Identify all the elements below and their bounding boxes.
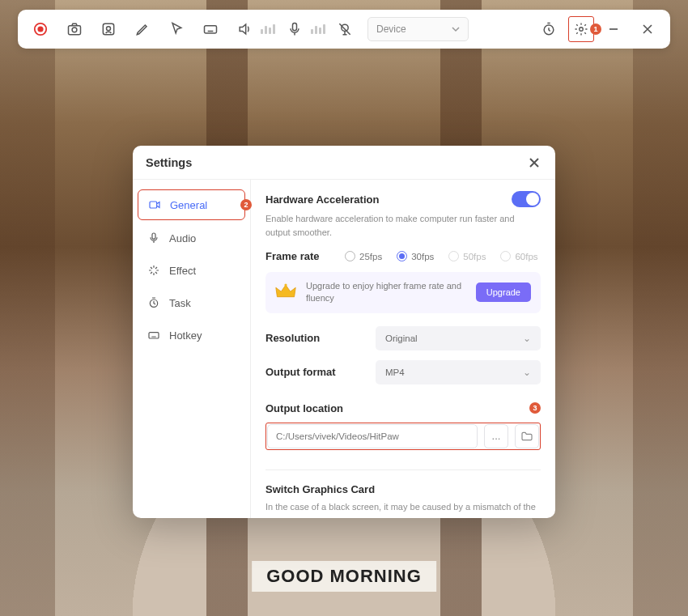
device-select-label: Device bbox=[376, 23, 406, 35]
switch-gpu-title: Switch Graphics Card bbox=[265, 483, 541, 495]
mic-icon[interactable] bbox=[280, 15, 309, 44]
frame-rate-label: Frame rate bbox=[265, 250, 330, 262]
mic-icon bbox=[147, 232, 160, 244]
annotation-badge-3: 3 bbox=[529, 402, 541, 414]
radio-50fps: 50fps bbox=[448, 251, 486, 261]
sidebar-item-label: Hotkey bbox=[169, 329, 202, 342]
minimize-button[interactable] bbox=[599, 15, 628, 44]
chevron-down-icon bbox=[452, 25, 460, 33]
sidebar-item-audio[interactable]: Audio bbox=[138, 223, 245, 253]
speaker-level-bars bbox=[261, 24, 275, 34]
sidebar-item-label: Effect bbox=[169, 265, 196, 277]
upgrade-button[interactable]: Upgrade bbox=[476, 283, 531, 302]
svg-point-15 bbox=[284, 284, 287, 287]
settings-sidebar: General 2 Audio Effect Task Hotkey bbox=[133, 180, 251, 518]
more-button[interactable]: ... bbox=[484, 424, 508, 448]
crown-icon bbox=[275, 283, 296, 301]
settings-content: Hardware Acceleration Enable hardware ac… bbox=[251, 180, 555, 518]
radio-60fps: 60fps bbox=[500, 251, 537, 261]
switch-gpu-desc: In the case of a black screen, it may be… bbox=[265, 500, 541, 514]
sidebar-item-label: Audio bbox=[169, 232, 196, 244]
cursor-icon[interactable] bbox=[162, 15, 191, 44]
mic-level-bars bbox=[311, 24, 325, 34]
speaker-icon[interactable] bbox=[230, 15, 259, 44]
keyboard-icon[interactable] bbox=[196, 15, 225, 44]
settings-button[interactable]: 1 bbox=[568, 16, 594, 42]
resolution-select[interactable]: Original ⌄ bbox=[376, 326, 541, 350]
chevron-down-icon: ⌄ bbox=[523, 367, 531, 378]
divider bbox=[265, 469, 541, 470]
svg-rect-7 bbox=[293, 23, 297, 31]
output-location-label: Output location bbox=[265, 402, 343, 414]
output-path-input[interactable]: C:/Users/vivek/Videos/HitPaw bbox=[267, 424, 478, 448]
browse-button[interactable] bbox=[515, 424, 539, 448]
clock-icon bbox=[147, 296, 160, 309]
hardware-accel-toggle[interactable] bbox=[512, 191, 541, 207]
sidebar-item-hotkey[interactable]: Hotkey bbox=[138, 321, 245, 350]
sidebar-item-task[interactable]: Task bbox=[138, 288, 245, 317]
svg-rect-6 bbox=[205, 26, 217, 33]
resolution-label: Resolution bbox=[265, 332, 364, 344]
folder-icon bbox=[520, 430, 533, 443]
svg-rect-4 bbox=[103, 23, 113, 34]
svg-rect-12 bbox=[152, 233, 155, 239]
gear-icon bbox=[574, 22, 588, 36]
close-window-button[interactable] bbox=[633, 15, 662, 44]
sparkle-icon bbox=[147, 264, 160, 277]
svg-point-5 bbox=[107, 27, 111, 31]
sidebar-item-label: General bbox=[170, 199, 207, 211]
chevron-down-icon: ⌄ bbox=[523, 333, 531, 344]
svg-point-10 bbox=[580, 28, 584, 32]
output-format-label: Output format bbox=[265, 366, 364, 378]
camera-icon[interactable] bbox=[60, 15, 89, 44]
record-button[interactable] bbox=[26, 15, 55, 44]
pen-icon[interactable] bbox=[128, 15, 157, 44]
webcam-icon[interactable] bbox=[94, 15, 123, 44]
upgrade-banner: Upgrade to enjoy higher frame rate and f… bbox=[265, 272, 541, 313]
hardware-accel-title: Hardware Acceleration bbox=[265, 193, 379, 206]
timer-icon[interactable] bbox=[534, 15, 563, 44]
svg-point-3 bbox=[72, 28, 77, 32]
sidebar-item-general[interactable]: General 2 bbox=[138, 189, 245, 220]
main-toolbar: Device 1 bbox=[18, 10, 670, 49]
close-icon bbox=[529, 157, 540, 168]
upgrade-text: Upgrade to enjoy higher frame rate and f… bbox=[306, 280, 466, 305]
radio-25fps[interactable]: 25fps bbox=[345, 251, 382, 261]
video-caption: GOOD MORNING bbox=[252, 561, 436, 592]
output-location-row: C:/Users/vivek/Videos/HitPaw ... bbox=[265, 423, 541, 450]
close-button[interactable] bbox=[526, 155, 542, 171]
hardware-accel-desc: Enable hardware acceleration to make com… bbox=[265, 212, 541, 239]
webcam-off-icon[interactable] bbox=[330, 15, 359, 44]
svg-rect-11 bbox=[150, 202, 157, 208]
sidebar-item-effect[interactable]: Effect bbox=[138, 256, 245, 285]
annotation-badge-2: 2 bbox=[240, 199, 252, 210]
annotation-badge-1: 1 bbox=[590, 23, 601, 35]
modal-header: Settings bbox=[133, 146, 555, 180]
svg-rect-14 bbox=[149, 333, 159, 338]
svg-point-1 bbox=[37, 26, 43, 32]
video-icon bbox=[148, 198, 161, 211]
modal-title: Settings bbox=[146, 156, 192, 169]
settings-modal: Settings General 2 Audio Effect Task bbox=[133, 146, 555, 518]
sidebar-item-label: Task bbox=[169, 297, 191, 309]
output-format-select[interactable]: MP4 ⌄ bbox=[376, 360, 541, 384]
radio-30fps[interactable]: 30fps bbox=[397, 251, 434, 261]
device-select[interactable]: Device bbox=[367, 17, 469, 41]
keyboard-icon bbox=[147, 329, 160, 342]
svg-point-8 bbox=[342, 24, 348, 31]
